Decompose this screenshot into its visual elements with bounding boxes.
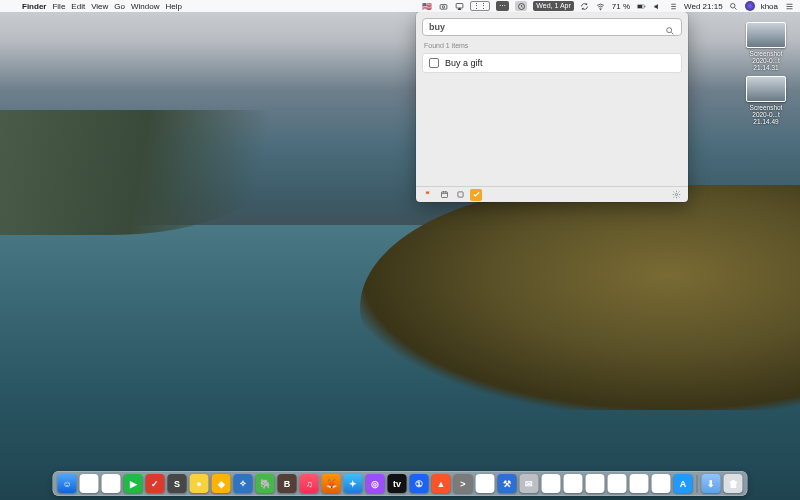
battery-percent: 71 % [612, 2, 630, 11]
menu-view[interactable]: View [91, 2, 108, 11]
status-box-icon[interactable]: ⋯ [496, 1, 509, 11]
wallpaper-cliff [360, 185, 800, 410]
menu-help[interactable]: Help [165, 2, 181, 11]
search-icon [665, 22, 675, 32]
menubar-time[interactable]: Wed 21:15 [684, 2, 723, 11]
dock-app-sketch[interactable]: ◆ [212, 474, 231, 493]
camera-icon[interactable] [438, 1, 448, 11]
settings-icon[interactable] [670, 189, 682, 201]
dock-app-app4[interactable]: ⌂ [586, 474, 605, 493]
airplay-icon[interactable] [454, 1, 464, 11]
dock-app-safari[interactable]: ✦ [344, 474, 363, 493]
dock-app-mail[interactable]: ✉ [520, 474, 539, 493]
dock-app-trash[interactable]: 🗑 [724, 474, 743, 493]
svg-point-4 [600, 9, 601, 10]
checkbox[interactable] [429, 58, 439, 68]
dock: ☺◉✱▶✓S●◆⟡🐘B♫🦊✦◎tv①▲>✎⚒✉☐☐⌂◧⊞⎙A⬇🗑 [53, 471, 748, 496]
dock-app-app5[interactable]: ◧ [608, 474, 627, 493]
menubar: Finder File Edit View Go Window Help 🇺🇸 … [0, 0, 800, 12]
dock-separator [697, 475, 698, 493]
dock-app-chrome[interactable]: ◉ [80, 474, 99, 493]
thumbnail-icon [746, 22, 786, 48]
result-row[interactable]: Buy a gift [422, 53, 682, 73]
dock-app-podcasts[interactable]: ◎ [366, 474, 385, 493]
battery-icon[interactable] [636, 1, 646, 11]
control-icon[interactable] [668, 1, 678, 11]
dock-app-tv[interactable]: tv [388, 474, 407, 493]
desktop: Finder File Edit View Go Window Help 🇺🇸 … [0, 0, 800, 500]
dock-app-slack[interactable]: ✱ [102, 474, 121, 493]
spotlight-icon[interactable] [729, 1, 739, 11]
dock-app-todo[interactable]: ✓ [146, 474, 165, 493]
dock-app-terminal[interactable]: > [454, 474, 473, 493]
input-flag-icon[interactable]: 🇺🇸 [422, 1, 432, 11]
svg-rect-6 [637, 5, 642, 8]
filter-done-icon[interactable] [470, 189, 482, 201]
dock-app-launch[interactable]: ▶ [124, 474, 143, 493]
wallpaper-cliff-left [0, 110, 280, 235]
svg-point-9 [667, 28, 672, 33]
menu-file[interactable]: File [52, 2, 65, 11]
dock-app-bear[interactable]: B [278, 474, 297, 493]
dock-app-finder[interactable]: ☺ [58, 474, 77, 493]
search-field[interactable] [422, 18, 682, 36]
volume-icon[interactable] [652, 1, 662, 11]
svg-point-12 [675, 193, 677, 195]
desktop-file[interactable]: Screenshot 2020-0...t 21.14.49 [742, 76, 790, 125]
dock-app-app7[interactable]: ⎙ [652, 474, 671, 493]
svg-rect-11 [457, 192, 462, 197]
sync-icon[interactable] [580, 1, 590, 11]
dock-app-music[interactable]: ♫ [300, 474, 319, 493]
thumbnail-icon [746, 76, 786, 102]
dock-app-downloads[interactable]: ⬇ [702, 474, 721, 493]
result-title: Buy a gift [445, 58, 483, 68]
dock-app-notes[interactable]: ✎ [476, 474, 495, 493]
menu-edit[interactable]: Edit [71, 2, 85, 11]
dock-app-loom[interactable]: ● [190, 474, 209, 493]
filter-flag-icon[interactable] [422, 189, 434, 201]
wifi-icon[interactable] [596, 1, 606, 11]
file-subname: 2020-0...t 21.14.31 [742, 57, 790, 71]
apple-menu[interactable] [6, 1, 16, 11]
svg-rect-0 [440, 4, 447, 9]
svg-rect-2 [456, 3, 463, 8]
file-subname: 2020-0...t 21.14.49 [742, 111, 790, 125]
dock-app-app6[interactable]: ⊞ [630, 474, 649, 493]
dock-app-xcode[interactable]: ⚒ [498, 474, 517, 493]
svg-point-1 [442, 5, 444, 7]
popover-footer [416, 186, 688, 202]
menubar-user[interactable]: khoa [761, 2, 778, 11]
status-pill-icon[interactable]: ⋮⋮ [470, 1, 490, 11]
dock-app-app2[interactable]: ☐ [542, 474, 561, 493]
notifications-icon[interactable] [784, 1, 794, 11]
search-popover: Found 1 items Buy a gift [416, 12, 688, 202]
dock-app-firefox[interactable]: 🦊 [322, 474, 341, 493]
dock-app-brave[interactable]: ▲ [432, 474, 451, 493]
filter-calendar-icon[interactable] [438, 189, 450, 201]
dock-app-app3[interactable]: ☐ [564, 474, 583, 493]
results-count: Found 1 items [416, 42, 688, 53]
filter-todo-icon[interactable] [454, 189, 466, 201]
results-list: Buy a gift [416, 53, 688, 186]
dock-app-1password[interactable]: ① [410, 474, 429, 493]
svg-rect-7 [644, 5, 645, 7]
dock-app-evernote[interactable]: 🐘 [256, 474, 275, 493]
dock-app-appstore[interactable]: A [674, 474, 693, 493]
search-input[interactable] [429, 22, 665, 32]
app-menu[interactable]: Finder [22, 2, 46, 11]
fantastical-icon[interactable] [515, 1, 527, 11]
desktop-file[interactable]: Screenshot 2020-0...t 21.14.31 [742, 22, 790, 71]
svg-rect-10 [441, 192, 447, 198]
menu-go[interactable]: Go [114, 2, 125, 11]
svg-point-8 [731, 3, 736, 8]
siri-icon[interactable] [745, 1, 755, 11]
dock-app-vscode[interactable]: ⟡ [234, 474, 253, 493]
menu-window[interactable]: Window [131, 2, 159, 11]
dock-app-sublime[interactable]: S [168, 474, 187, 493]
menubar-date[interactable]: Wed, 1 Apr [533, 1, 574, 11]
